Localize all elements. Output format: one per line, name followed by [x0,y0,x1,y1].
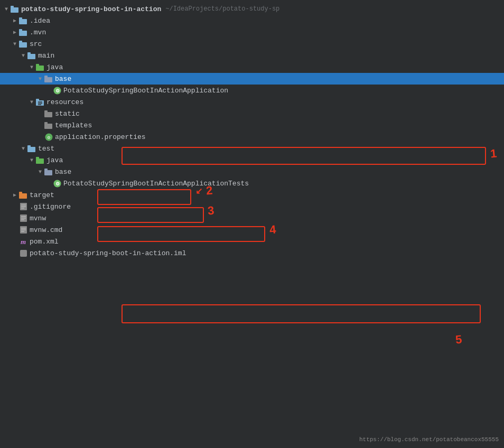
svg-rect-36 [19,192,22,194]
tree-item-iml[interactable]: potato-study-spring-boot-in-action.iml [0,247,504,259]
main-label: main [38,52,54,60]
arrow-resources [27,98,36,106]
svg-rect-17 [36,99,39,101]
test-java-folder-icon [36,156,44,164]
src-label: src [30,40,42,48]
tree-item-src[interactable]: src [0,38,504,50]
tree-item-main[interactable]: main [0,50,504,61]
svg-rect-10 [36,66,44,71]
annotation-box-5 [122,304,481,323]
svg-rect-13 [44,76,48,78]
svg-rect-30 [36,157,39,159]
svg-rect-3 [19,17,22,20]
svg-text:⚙: ⚙ [55,88,59,94]
templates-folder-icon [44,121,53,129]
resources-folder-icon [36,98,44,106]
svg-rect-12 [44,77,52,82]
idea-folder-icon [19,16,27,25]
tree-item-resources[interactable]: resources [0,96,504,108]
root-label: potato-study-spring-boot-in-action [21,5,161,13]
svg-rect-35 [19,193,27,199]
test-label: test [38,145,54,153]
spring-app-icon: ⚙ [53,86,61,95]
tree-item-test[interactable]: test [0,143,504,154]
mvn-folder-icon [19,28,27,36]
iml-label: potato-study-spring-boot-in-action.iml [30,249,186,257]
spring-test-icon: ⚙ [53,179,61,188]
arrow-base [36,74,44,83]
base-folder-icon [44,74,53,83]
tree-item-app-props[interactable]: ⚙ application.properties [0,131,504,143]
app-props-label: application.properties [55,133,146,141]
arrow-root [2,5,11,13]
svg-rect-7 [19,41,22,43]
tree-item-static[interactable]: static [0,108,504,119]
main-folder-icon [27,51,36,60]
tree-item-gitignore[interactable]: .gitignore [0,201,504,212]
arrow-src [11,40,19,48]
svg-rect-32 [44,169,48,171]
tree-item-app-class[interactable]: ⚙ PotatoStudySpringBootInActionApplicati… [0,85,504,96]
svg-rect-29 [36,158,44,164]
gitignore-icon [19,202,27,211]
svg-rect-6 [19,42,27,48]
target-folder-icon [19,191,27,199]
tree-item-base[interactable]: base [0,73,504,85]
svg-rect-27 [27,147,35,152]
pom-label: pom.xml [30,238,59,246]
static-label: static [55,110,80,118]
tree-item-test-java[interactable]: java [0,154,504,166]
svg-rect-1 [11,6,14,8]
tree-item-test-class[interactable]: ⚙ PotatoStudySpringBootInActionApplicati… [0,178,504,189]
svg-rect-9 [27,52,31,54]
tree-item-mvnw[interactable]: mvnw [0,212,504,224]
arrow-java [27,63,36,71]
svg-rect-4 [19,31,27,36]
mvn-label: .mvn [30,29,46,36]
tree-item-mvn[interactable]: .mvn [0,26,504,38]
tree-root[interactable]: potato-study-spring-boot-in-action ~/Ide… [0,3,504,15]
root-path: ~/IdeaProjects/potato-study-sp [165,5,279,13]
svg-rect-24 [44,122,48,124]
base-label: base [55,75,71,83]
mvnw-icon [19,214,27,222]
svg-rect-2 [19,19,27,24]
svg-rect-0 [11,7,18,13]
arrow-mvn [11,28,19,36]
arrow-main [19,51,27,60]
svg-rect-11 [36,64,39,66]
test-java-label: java [46,156,63,164]
mvnw-cmd-label: mvnw.cmd [30,226,62,234]
url-bar: https://blog.csdn.net/potatobeancox55555 [359,436,499,443]
svg-rect-21 [44,112,52,117]
resources-label: resources [46,98,83,106]
test-class-label: PotatoStudySpringBootInActionApplication… [63,180,249,188]
templates-label: templates [55,122,92,129]
test-base-label: base [55,168,71,176]
svg-text:m: m [20,238,25,246]
annotation-number-5: 5 [455,333,462,347]
maven-icon: m [19,237,27,246]
tree-item-test-base[interactable]: base [0,166,504,178]
tree-item-target[interactable]: target [0,189,504,201]
tree-item-pom[interactable]: m pom.xml [0,236,504,247]
tree-item-mvnw-cmd[interactable]: mvnw.cmd [0,224,504,236]
iml-icon [19,249,27,257]
src-folder-icon [19,40,27,48]
svg-rect-51 [20,250,27,257]
svg-text:⚙: ⚙ [46,135,50,141]
arrow-idea [11,16,19,25]
target-label: target [30,191,54,199]
tree-item-java[interactable]: java [0,61,504,73]
svg-rect-5 [19,29,22,31]
static-folder-icon [44,109,53,118]
test-base-folder-icon [44,167,53,176]
mvnw-label: mvnw [30,214,46,222]
tree-item-idea[interactable]: .idea [0,15,504,26]
tree-item-templates[interactable]: templates [0,119,504,131]
file-tree: potato-study-spring-boot-in-action ~/Ide… [0,0,504,262]
svg-rect-8 [27,54,35,59]
java-folder-icon [36,63,44,71]
java-label: java [46,63,63,71]
arrow-target [11,191,19,199]
